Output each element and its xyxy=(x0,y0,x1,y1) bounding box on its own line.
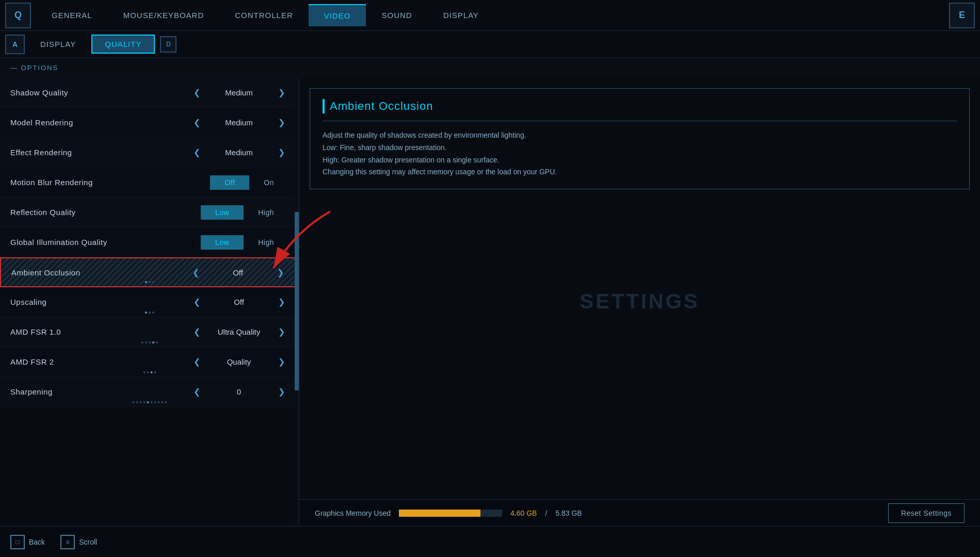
memory-bar-section: Graphics Memory Used 4.60 GB / 5.83 GB R… xyxy=(299,499,980,526)
upscaling-label: Upscaling xyxy=(10,298,189,306)
memory-label: Graphics Memory Used xyxy=(315,509,391,517)
setting-row-amd-fsr-10: AMD FSR 1.0 ❮ Ultra Quality ❯ xyxy=(0,317,299,347)
back-action[interactable]: □ Back xyxy=(10,535,45,549)
ambient-occlusion-value: Off xyxy=(207,268,269,277)
reflection-quality-label: Reflection Quality xyxy=(10,208,201,217)
setting-row-global-illumination: Global Illumination Quality Low High xyxy=(0,227,299,257)
reset-settings-button[interactable]: Reset Settings xyxy=(888,503,965,523)
memory-bar-fill xyxy=(399,510,480,517)
sub-nav-tab-quality[interactable]: Quality xyxy=(91,35,155,54)
ambient-occlusion-label: Ambient Occlusion xyxy=(11,268,188,277)
motion-blur-off[interactable]: Off xyxy=(210,175,249,190)
global-illumination-low[interactable]: Low xyxy=(201,235,244,250)
memory-bar-background xyxy=(399,510,502,517)
tab-video[interactable]: Video xyxy=(309,4,366,26)
motion-blur-label: Motion Blur Rendering xyxy=(10,178,210,187)
setting-row-amd-fsr-2: AMD FSR 2 ❮ Quality ❯ xyxy=(0,347,299,377)
upscaling-next[interactable]: ❯ xyxy=(274,295,288,309)
setting-row-shadow-quality: Shadow Quality ❮ Medium ❯ xyxy=(0,78,299,108)
nav-icon-q[interactable]: Q xyxy=(5,3,31,28)
model-rendering-label: Model Rendering xyxy=(10,118,189,127)
motion-blur-on[interactable]: On xyxy=(249,175,288,190)
sharpening-next[interactable]: ❯ xyxy=(274,385,288,399)
sharpening-prev[interactable]: ❮ xyxy=(189,385,204,399)
info-panel-content: Ambient Occlusion Adjust the quality of … xyxy=(310,88,970,189)
amd-fsr-2-next[interactable]: ❯ xyxy=(274,355,288,369)
ambient-occlusion-control: ❮ Off ❯ xyxy=(188,265,287,280)
shadow-quality-next[interactable]: ❯ xyxy=(274,86,288,100)
sub-nav-display-label: Display xyxy=(30,40,86,48)
tab-display[interactable]: Display xyxy=(428,5,494,26)
setting-row-motion-blur: Motion Blur Rendering Off On xyxy=(0,168,299,198)
amd-fsr-10-next[interactable]: ❯ xyxy=(274,325,288,339)
setting-row-ambient-occlusion: Ambient Occlusion ❮ Off ❯ xyxy=(0,257,299,287)
tab-controller[interactable]: Controller xyxy=(219,5,309,26)
model-rendering-next[interactable]: ❯ xyxy=(274,116,288,130)
top-navigation: Q General Mouse/Keyboard Controller Vide… xyxy=(0,0,980,31)
nav-icon-e[interactable]: E xyxy=(949,3,975,28)
shadow-quality-prev[interactable]: ❮ xyxy=(189,86,204,100)
memory-total-value: 5.83 GB xyxy=(555,509,582,517)
effect-rendering-label: Effect Rendering xyxy=(10,148,189,157)
global-illumination-label: Global Illumination Quality xyxy=(10,238,201,247)
reflection-quality-high[interactable]: High xyxy=(244,205,288,220)
ambient-occlusion-next[interactable]: ❯ xyxy=(273,265,287,280)
settings-panel[interactable]: Shadow Quality ❮ Medium ❯ Model Renderin… xyxy=(0,78,299,525)
info-panel-title: Ambient Occlusion xyxy=(323,99,957,121)
shadow-quality-value: Medium xyxy=(208,88,270,97)
sub-nav-icon-a[interactable]: A xyxy=(5,35,25,54)
global-illumination-high[interactable]: High xyxy=(244,235,288,250)
amd-fsr-2-prev[interactable]: ❮ xyxy=(189,355,204,369)
reflection-quality-control: Low High xyxy=(201,205,288,220)
model-rendering-value: Medium xyxy=(208,118,270,127)
sub-navigation: A Display Quality D xyxy=(0,31,980,58)
back-icon: □ xyxy=(10,535,25,549)
tab-general[interactable]: General xyxy=(36,5,108,26)
scrollbar-track[interactable] xyxy=(295,78,299,525)
ambient-occlusion-prev[interactable]: ❮ xyxy=(188,265,203,280)
sharpening-label: Sharpening xyxy=(10,387,189,396)
options-header: — OPTIONS xyxy=(0,58,980,78)
setting-row-model-rendering: Model Rendering ❮ Medium ❯ xyxy=(0,108,299,138)
sharpening-value: 0 xyxy=(208,387,270,396)
setting-row-reflection-quality: Reflection Quality Low High xyxy=(0,198,299,227)
tab-mouse-keyboard[interactable]: Mouse/Keyboard xyxy=(108,5,220,26)
amd-fsr-2-value: Quality xyxy=(208,357,270,366)
model-rendering-prev[interactable]: ❮ xyxy=(189,116,204,130)
amd-fsr-10-prev[interactable]: ❮ xyxy=(189,325,204,339)
upscaling-control: ❮ Off ❯ xyxy=(189,295,288,309)
setting-row-sharpening: Sharpening ❮ 0 ❯ xyxy=(0,377,299,407)
global-illumination-control: Low High xyxy=(201,235,288,250)
amd-fsr-10-control: ❮ Ultra Quality ❯ xyxy=(189,325,288,339)
shadow-quality-label: Shadow Quality xyxy=(10,88,189,97)
shadow-quality-control: ❮ Medium ❯ xyxy=(189,86,288,100)
info-panel-description: Adjust the quality of shadows created by… xyxy=(323,129,957,178)
amd-fsr-10-value: Ultra Quality xyxy=(208,327,270,336)
effect-rendering-next[interactable]: ❯ xyxy=(274,145,288,160)
sharpening-control: ❮ 0 ❯ xyxy=(189,385,288,399)
bottom-bar: □ Back ≡ Scroll xyxy=(0,526,980,557)
effect-rendering-value: Medium xyxy=(208,148,270,157)
effect-rendering-prev[interactable]: ❮ xyxy=(189,145,204,160)
reflection-quality-low[interactable]: Low xyxy=(201,205,244,220)
scroll-label: Scroll xyxy=(79,538,97,546)
upscaling-prev[interactable]: ❮ xyxy=(189,295,204,309)
scrollbar-thumb[interactable] xyxy=(295,212,299,390)
sub-nav-icon-d[interactable]: D xyxy=(160,36,176,53)
memory-separator: / xyxy=(545,509,547,517)
amd-fsr-10-label: AMD FSR 1.0 xyxy=(10,327,189,336)
model-rendering-control: ❮ Medium ❯ xyxy=(189,116,288,130)
scroll-icon: ≡ xyxy=(60,535,75,549)
setting-row-upscaling: Upscaling ❮ Off ❯ xyxy=(0,287,299,317)
info-panel-watermark: SETTINGS xyxy=(580,290,699,313)
scroll-action[interactable]: ≡ Scroll xyxy=(60,535,97,549)
main-content: Shadow Quality ❮ Medium ❯ Model Renderin… xyxy=(0,78,980,525)
memory-used-value: 4.60 GB xyxy=(510,509,537,517)
amd-fsr-2-control: ❮ Quality ❯ xyxy=(189,355,288,369)
info-panel: Ambient Occlusion Adjust the quality of … xyxy=(299,78,980,525)
back-label: Back xyxy=(29,538,45,546)
setting-row-effect-rendering: Effect Rendering ❮ Medium ❯ xyxy=(0,138,299,168)
upscaling-value: Off xyxy=(208,298,270,306)
tab-sound[interactable]: Sound xyxy=(366,5,427,26)
effect-rendering-control: ❮ Medium ❯ xyxy=(189,145,288,160)
